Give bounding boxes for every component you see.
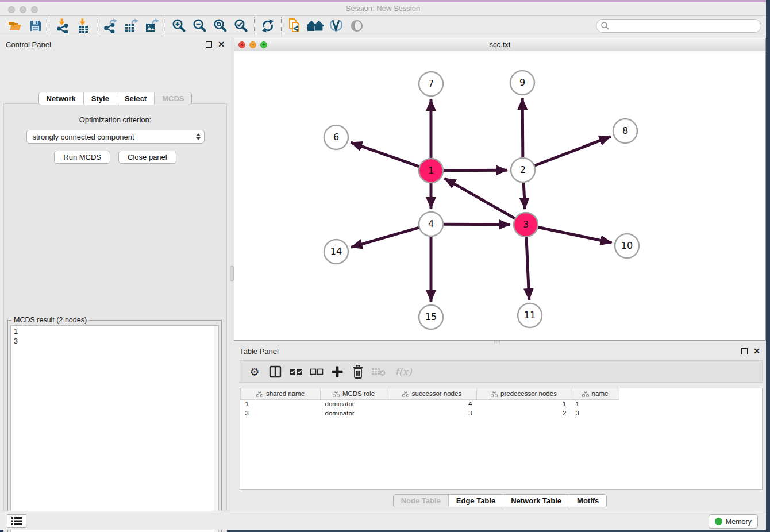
open-session-button[interactable]	[5, 17, 25, 35]
network-graph[interactable]: 7968124314101511	[234, 52, 765, 340]
search-input[interactable]	[610, 20, 761, 32]
table-cell[interactable]: dominator	[321, 399, 387, 408]
zoom-selected-button[interactable]	[230, 17, 251, 35]
export-table-button[interactable]	[121, 17, 141, 35]
maximize-window-button[interactable]	[31, 6, 38, 13]
node-label: 8	[622, 125, 628, 136]
graph-node-2[interactable]: 2	[511, 158, 535, 182]
graph-edge-1-6[interactable]	[351, 142, 419, 167]
table-row[interactable]: 3dominator323	[241, 408, 619, 418]
close-window-button[interactable]	[8, 6, 15, 13]
network-window-titlebar[interactable]: × − + scc.txt	[234, 38, 765, 51]
save-session-button[interactable]	[25, 17, 46, 35]
tab-style[interactable]: Style	[83, 92, 117, 105]
vertical-splitter-handle[interactable]	[230, 266, 234, 281]
graph-node-11[interactable]: 11	[518, 303, 542, 327]
table-settings-button[interactable]: ⚙	[246, 363, 263, 380]
run-mcds-button[interactable]: Run MCDS	[54, 151, 110, 164]
graph-node-10[interactable]: 10	[615, 234, 639, 258]
tab-mcds[interactable]: MCDS	[154, 92, 191, 105]
control-panel: Control Panel ✕ NetworkStyleSelectMCDS O…	[0, 36, 230, 511]
graph-node-9[interactable]: 9	[510, 71, 534, 95]
graph-edge-2-9[interactable]	[522, 98, 523, 158]
zoom-out-button[interactable]	[189, 17, 210, 35]
graph-node-3[interactable]: 3	[514, 213, 538, 237]
refresh-network-button[interactable]	[257, 17, 278, 35]
column-type-icon	[402, 391, 409, 397]
network-canvas[interactable]: 7968124314101511	[234, 52, 765, 340]
table-cell[interactable]: 3	[571, 408, 619, 418]
column-header-predecessor-nodes[interactable]: predecessor nodes	[477, 388, 571, 399]
hide-panel-button[interactable]	[346, 17, 367, 35]
duplicate-network-button[interactable]	[284, 17, 305, 35]
add-column-button[interactable]	[329, 363, 346, 380]
graph-node-4[interactable]: 4	[419, 212, 443, 236]
graph-edge-3-11[interactable]	[526, 237, 529, 300]
graph-edge-4-3[interactable]	[443, 224, 510, 225]
export-image-button[interactable]	[141, 17, 162, 35]
toolbar-separator	[165, 17, 165, 34]
table-row[interactable]: 1dominator411	[241, 399, 619, 408]
graph-node-7[interactable]: 7	[419, 72, 443, 96]
tab-network-table[interactable]: Network Table	[503, 495, 569, 507]
memory-button[interactable]: Memory	[709, 514, 758, 529]
column-header-shared-name[interactable]: shared name	[241, 388, 321, 399]
table-cell[interactable]: 2	[477, 408, 571, 418]
zoom-in-button[interactable]	[168, 17, 189, 35]
minimize-window-button[interactable]	[20, 6, 26, 13]
tab-select[interactable]: Select	[117, 92, 154, 105]
task-history-button[interactable]	[7, 514, 26, 528]
graph-edge-2-3[interactable]	[523, 182, 525, 209]
node-table[interactable]: shared nameMCDS rolesuccessor nodesprede…	[240, 388, 763, 490]
vizmapper-button[interactable]	[326, 17, 346, 35]
mcds-result-text[interactable]: 1 3	[10, 325, 219, 532]
graph-edge-3-10[interactable]	[538, 227, 612, 242]
graph-node-14[interactable]: 14	[324, 240, 348, 264]
apply-layout-button[interactable]	[305, 17, 326, 35]
table-cell[interactable]: 3	[387, 408, 477, 418]
float-table-panel-icon[interactable]	[741, 348, 748, 354]
function-builder-button[interactable]: f(x)	[391, 363, 416, 380]
graph-edge-4-14[interactable]	[351, 228, 419, 248]
graph-edge-3-1[interactable]	[444, 178, 515, 218]
toggle-panes-button[interactable]	[267, 363, 284, 380]
graph-node-1[interactable]: 1	[419, 159, 443, 183]
delete-table-button[interactable]	[370, 363, 387, 380]
network-close-button[interactable]: ×	[238, 41, 245, 48]
tab-network[interactable]: Network	[39, 92, 83, 105]
table-cell[interactable]: 1	[477, 399, 571, 408]
close-panel-button[interactable]: Close panel	[118, 151, 176, 164]
export-network-button[interactable]	[100, 17, 121, 35]
select-all-columns-button[interactable]	[287, 363, 305, 380]
zoom-fit-button[interactable]	[210, 17, 230, 35]
column-label: successor nodes	[412, 390, 461, 397]
network-maximize-button[interactable]: +	[260, 41, 267, 48]
table-cell[interactable]: 3	[241, 408, 321, 418]
table-cell[interactable]: dominator	[321, 408, 387, 418]
import-network-button[interactable]	[52, 17, 73, 35]
import-table-button[interactable]	[73, 17, 94, 35]
tab-node-table[interactable]: Node Table	[394, 495, 448, 507]
graph-edge-2-8[interactable]	[534, 137, 611, 166]
close-panel-icon[interactable]: ✕	[218, 41, 225, 48]
graph-node-8[interactable]: 8	[613, 119, 637, 143]
column-header-successor-nodes[interactable]: successor nodes	[387, 388, 477, 399]
result-scrollbar[interactable]	[214, 326, 218, 532]
table-cell[interactable]: 1	[241, 399, 321, 408]
table-cell[interactable]: 1	[571, 399, 619, 408]
graph-edge-1-2[interactable]	[443, 170, 507, 171]
unselect-all-columns-button[interactable]	[308, 363, 325, 380]
column-header-name[interactable]: name	[571, 388, 619, 399]
column-header-MCDS-role[interactable]: MCDS role	[321, 388, 387, 399]
float-panel-icon[interactable]	[206, 41, 212, 48]
tab-edge-table[interactable]: Edge Table	[448, 495, 503, 507]
graph-node-15[interactable]: 15	[419, 305, 443, 329]
table-cell[interactable]: 4	[387, 399, 477, 408]
search-box[interactable]	[596, 19, 761, 33]
optimization-criterion-select[interactable]: strongly connected component	[26, 130, 205, 144]
delete-columns-button[interactable]	[349, 363, 367, 380]
graph-node-6[interactable]: 6	[324, 125, 348, 149]
network-minimize-button[interactable]: −	[249, 41, 256, 48]
tab-motifs[interactable]: Motifs	[569, 495, 606, 507]
close-table-panel-icon[interactable]: ✕	[753, 348, 760, 354]
